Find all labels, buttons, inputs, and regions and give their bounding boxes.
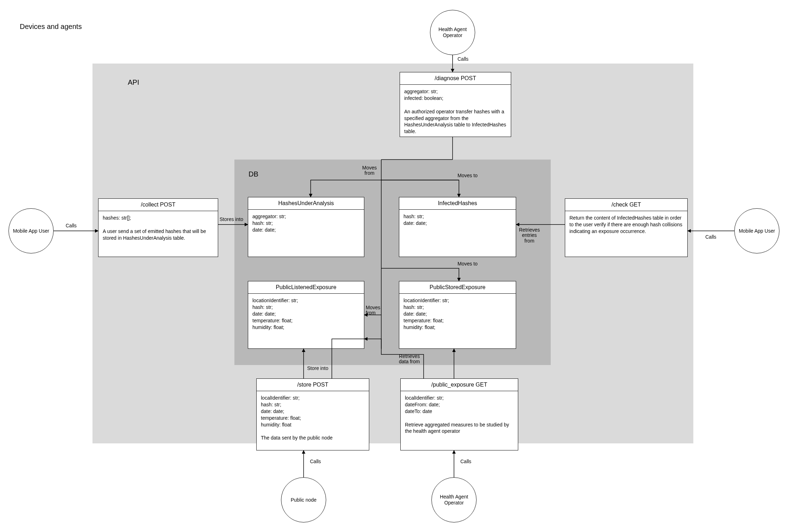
box-collect-body: hashes: str[]; A user send a set of emit… [98,211,218,245]
box-public-stored: PublicStoredExposure locationIdentifier:… [399,281,516,349]
label-retrieves-data: Retrieves data from [399,354,420,365]
box-hua-body: aggregator: str; hash: str; date: date; [248,210,364,237]
api-region-label: API [128,78,139,86]
box-store-title: /store POST [257,379,369,391]
actor-mobile-right: Mobile App User [734,208,779,253]
box-ps-body: locationIdentifier: str; hash: str; date… [399,294,516,334]
label-calls-left: Calls [66,223,77,228]
label-calls-top: Calls [458,56,468,62]
box-diagnose-body: aggregator: str; infected: boolean; An a… [400,85,511,138]
box-ih-title: InfectedHashes [399,197,516,210]
box-hashes-under-analysis: HashesUnderAnalysis aggregator: str; has… [248,197,364,257]
box-diagnose-title: /diagnose POST [400,72,511,85]
label-moves-to-top: Moves to [458,173,478,178]
box-collect-title: /collect POST [98,199,218,211]
label-stores-into: Stores into [220,217,243,222]
box-check-body: Return the content of InfectedHashes tab… [565,211,687,238]
box-ih-body: hash: str; date: date; [399,210,516,230]
box-store-body: localIdentifier: str; hash: str; date: d… [257,391,369,445]
box-pl-title: PublicListenedExposure [248,281,364,294]
label-moves-to-mid: Moves to [458,261,478,267]
actor-public-node: Public node [281,477,326,522]
label-calls-right: Calls [705,234,716,240]
box-infected-hashes: InfectedHashes hash: str; date: date; [399,197,516,257]
box-check-title: /check GET [565,199,687,211]
label-calls-health: Calls [460,459,471,464]
box-public-exposure-body: localIdentifier: str; dateFrom: date; da… [401,391,518,438]
page-title: Devices and agents [20,23,82,31]
db-region-label: DB [249,170,258,178]
box-pl-body: locationIdentifier: str; hash: str; date… [248,294,364,334]
actor-health-bottom: Health Agent Operator [431,477,477,522]
box-public-exposure-title: /public_exposure GET [401,379,518,391]
box-store: /store POST localIdentifier: str; hash: … [256,378,369,450]
box-diagnose: /diagnose POST aggregator: str; infected… [400,72,511,137]
box-check: /check GET Return the content of Infecte… [565,198,688,257]
actor-mobile-left: Mobile App User [8,208,54,253]
label-moves-from-top: Moves from [362,165,377,176]
box-collect: /collect POST hashes: str[]; A user send… [98,198,218,257]
label-store-into-bottom: Store into [307,366,328,371]
box-ps-title: PublicStoredExposure [399,281,516,294]
label-retrieves-entries: Retrieves entries from [519,227,540,244]
label-moves-from-mid: Moves from [366,305,380,316]
box-public-listened: PublicListenedExposure locationIdentifie… [248,281,364,349]
box-public-exposure: /public_exposure GET localIdentifier: st… [400,378,518,450]
box-hua-title: HashesUnderAnalysis [248,197,364,210]
label-calls-public: Calls [310,459,321,464]
actor-health-top: Health Agent Operator [430,10,475,55]
diagram-canvas: Devices and agents API DB Mobile App Use… [0,0,795,532]
